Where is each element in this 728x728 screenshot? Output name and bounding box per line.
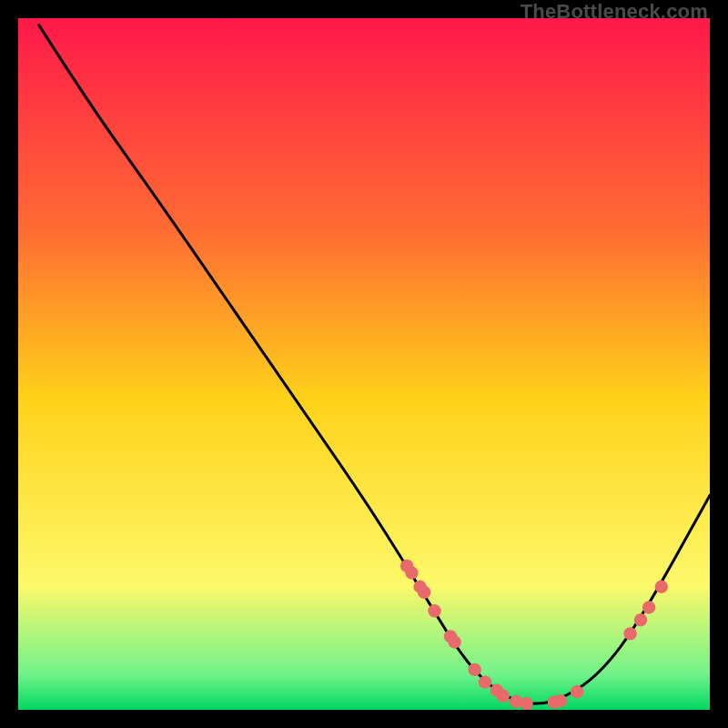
- data-marker: [571, 685, 583, 698]
- data-marker: [479, 675, 491, 688]
- data-marker: [520, 697, 532, 710]
- data-marker: [448, 635, 460, 648]
- data-marker: [428, 604, 440, 617]
- chart-container: TheBottleneck.com: [0, 0, 728, 728]
- gradient-background: [18, 18, 710, 710]
- data-marker: [468, 663, 480, 676]
- data-marker: [655, 581, 668, 593]
- data-marker: [642, 601, 655, 613]
- data-marker: [634, 613, 647, 626]
- chart-svg: [18, 18, 710, 710]
- data-marker: [623, 627, 636, 640]
- plot-area: [18, 18, 710, 710]
- data-marker: [418, 586, 430, 599]
- data-marker: [405, 566, 418, 579]
- data-marker: [497, 690, 510, 703]
- data-marker: [554, 694, 567, 707]
